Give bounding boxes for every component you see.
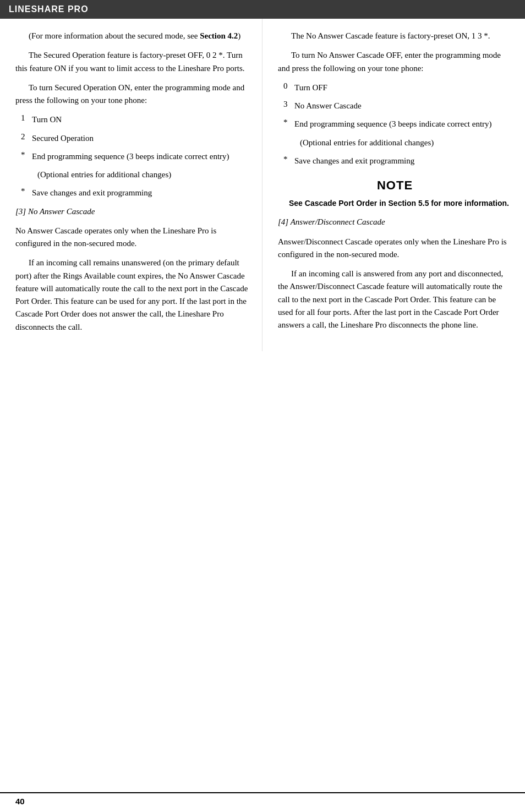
header-bar: LINESHARE PRO bbox=[0, 0, 525, 19]
left-para2: The Secured Operation feature is factory… bbox=[15, 49, 249, 75]
right-column: The No Answer Cascade feature is factory… bbox=[262, 19, 525, 351]
note-body: See Cascade Port Order in Section 5.5 fo… bbox=[278, 197, 512, 209]
right-list-item-0: 0 Turn OFF bbox=[278, 81, 512, 94]
section4-heading: [4] Answer/Disconnect Cascade bbox=[278, 216, 512, 228]
left-optional1: (Optional entries for additional changes… bbox=[15, 168, 249, 181]
left-para3: To turn Secured Operation ON, enter the … bbox=[15, 81, 249, 107]
right-ast-item-2: * Save changes and exit programming bbox=[278, 155, 512, 167]
list-item-1-text: Turn ON bbox=[32, 113, 62, 126]
page-footer: 40 bbox=[0, 792, 525, 806]
right-optional1: (Optional entries for additional changes… bbox=[278, 137, 512, 149]
right-para2: To turn No Answer Cascade OFF, enter the… bbox=[278, 49, 512, 75]
section3-heading: [3] No Answer Cascade bbox=[15, 205, 249, 218]
left-ast-item-2: * Save changes and exit programming bbox=[15, 187, 249, 199]
list-item-1: 1 Turn ON bbox=[15, 113, 249, 126]
right-ast2-text: Save changes and exit programming bbox=[294, 155, 414, 167]
left-column: (For more information about the secured … bbox=[0, 19, 262, 351]
page-number: 40 bbox=[15, 797, 25, 806]
list-item-2: 2 Secured Operation bbox=[15, 132, 249, 145]
note-section: NOTE See Cascade Port Order in Section 5… bbox=[278, 178, 512, 209]
right-para1: The No Answer Cascade feature is factory… bbox=[278, 30, 512, 42]
note-title: NOTE bbox=[278, 178, 512, 193]
left-ast1-text: End programming sequence (3 beeps indica… bbox=[32, 150, 229, 163]
right-list-item-3: 3 No Answer Cascade bbox=[278, 100, 512, 112]
right-list-item-0-text: Turn OFF bbox=[294, 81, 327, 94]
right-ast1-text: End programming sequence (3 beeps indica… bbox=[294, 118, 492, 130]
section3-para2: If an incoming call remains unanswered (… bbox=[15, 257, 249, 334]
left-para1: (For more information about the secured … bbox=[15, 30, 249, 42]
right-list-item-3-text: No Answer Cascade bbox=[294, 100, 362, 112]
left-ast2-text: Save changes and exit programming bbox=[32, 187, 152, 199]
section3-para1: No Answer Cascade operates only when the… bbox=[15, 225, 249, 250]
left-ast-item-1: * End programming sequence (3 beeps indi… bbox=[15, 150, 249, 163]
header-title: LINESHARE PRO bbox=[9, 4, 89, 14]
right-ast-item-1: * End programming sequence (3 beeps indi… bbox=[278, 118, 512, 130]
section4-para1: Answer/Disconnect Cascade operates only … bbox=[278, 236, 512, 261]
content-area: (For more information about the secured … bbox=[0, 19, 525, 351]
page-container: LINESHARE PRO (For more information abou… bbox=[0, 0, 525, 812]
section4-para2: If an incoming call is answered from any… bbox=[278, 268, 512, 331]
list-item-2-text: Secured Operation bbox=[32, 132, 94, 145]
